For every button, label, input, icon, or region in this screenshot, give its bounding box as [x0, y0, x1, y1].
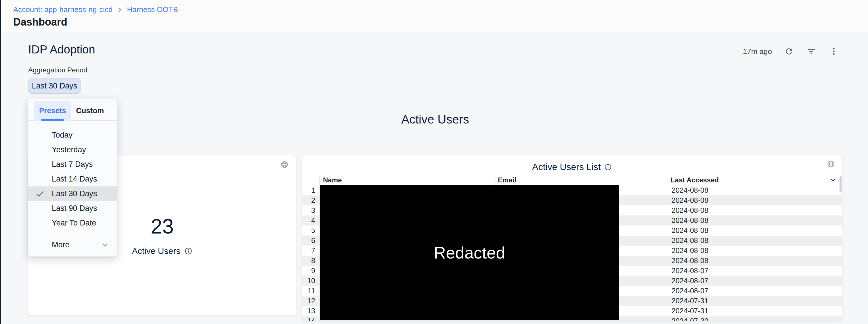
checkmark-icon	[35, 189, 45, 199]
row-index: 10	[302, 276, 319, 286]
breadcrumb-current-link[interactable]: Harness OOTB	[127, 5, 178, 14]
chevron-down-icon	[101, 241, 109, 249]
redacted-label: Redacted	[434, 243, 505, 262]
period-dropdown: Presets Custom Today Yesterday Last 7 Da…	[28, 99, 117, 256]
filter-button[interactable]	[806, 46, 817, 57]
left-nav-edge	[0, 0, 1, 324]
row-index: 3	[302, 205, 319, 215]
cell-last-accessed: 2024-07-31	[667, 306, 842, 316]
cell-last-accessed: 2024-08-07	[667, 266, 842, 276]
cell-last-accessed: 2024-08-08	[667, 256, 842, 266]
preset-list: Today Yesterday Last 7 Days Last 14 Days…	[28, 128, 117, 230]
cell-last-accessed: 2024-08-08	[667, 246, 842, 256]
info-icon	[604, 164, 612, 171]
column-header-last-accessed[interactable]: Last Accessed	[667, 176, 842, 185]
info-icon	[184, 247, 192, 255]
row-index: 8	[302, 256, 319, 266]
section-title-active-users: Active Users	[28, 113, 842, 127]
cell-last-accessed: 2024-07-31	[667, 296, 842, 306]
tab-presets[interactable]: Presets	[34, 101, 71, 121]
column-header-email[interactable]: Email	[494, 176, 667, 185]
cell-last-accessed: 2024-08-07	[667, 286, 842, 296]
refresh-button[interactable]	[783, 46, 794, 57]
kebab-icon	[829, 47, 838, 56]
row-index: 9	[302, 266, 319, 276]
row-index: 14	[302, 316, 319, 321]
breadcrumb-account-link[interactable]: Account: app-harness-ng-cicd	[13, 5, 113, 14]
filter-icon	[807, 47, 816, 56]
active-tab-underline	[41, 119, 64, 121]
refresh-icon	[784, 47, 794, 56]
table-title: Active Users List	[532, 162, 600, 172]
cell-last-accessed: 2024-08-08	[667, 195, 842, 205]
dashboard-title: IDP Adoption	[28, 43, 95, 56]
top-header: Account: app-harness-ng-cicd Harness OOT…	[1, 0, 868, 32]
cell-last-accessed: 2024-08-08	[667, 215, 842, 225]
cell-last-accessed: 2024-08-08	[667, 236, 842, 246]
dashboard-controls: 17m ago	[743, 45, 839, 58]
globe-timezone-icon	[280, 160, 288, 169]
breadcrumb: Account: app-harness-ng-cicd Harness OOT…	[13, 5, 178, 14]
column-header-index	[302, 176, 319, 185]
cell-last-accessed: 2024-08-08	[667, 225, 842, 236]
preset-item-last-90-days[interactable]: Last 90 Days	[28, 201, 117, 216]
row-index: 12	[302, 296, 319, 306]
breadcrumb-separator-icon	[117, 7, 123, 13]
preset-item-year-to-date[interactable]: Year To Date	[28, 216, 117, 230]
tab-custom[interactable]: Custom	[74, 101, 106, 121]
cell-last-accessed: 2024-08-07	[667, 276, 842, 286]
page-title: Dashboard	[13, 16, 67, 28]
row-index: 11	[302, 286, 319, 296]
tab-custom-label: Custom	[76, 106, 104, 115]
row-index: 1	[302, 185, 319, 195]
tab-presets-label: Presets	[39, 106, 66, 115]
row-index: 7	[302, 246, 319, 256]
preset-item-last-7-days[interactable]: Last 7 Days	[28, 157, 117, 172]
row-index: 2	[302, 195, 319, 205]
last-updated-text: 17m ago	[743, 47, 772, 56]
row-index: 5	[302, 225, 319, 236]
row-index: 6	[302, 236, 319, 246]
cell-last-accessed: 2024-08-08	[667, 205, 842, 215]
more-menu-button[interactable]	[828, 46, 839, 57]
aggregation-period-label: Aggregation Period	[28, 66, 87, 74]
table-options-button[interactable]	[830, 176, 837, 184]
cell-last-accessed: 2024-08-08	[667, 185, 842, 195]
more-label: More	[52, 233, 70, 257]
active-users-list-card: Active Users List Name Email Last Access…	[302, 155, 842, 321]
period-select-button[interactable]: Last 30 Days	[28, 78, 81, 94]
redacted-overlay: Redacted	[320, 185, 619, 320]
info-tooltip-button[interactable]	[604, 164, 612, 171]
cell-last-accessed: 2024-07-30	[667, 316, 842, 321]
chevron-down-icon	[830, 176, 837, 184]
preset-item-last-14-days[interactable]: Last 14 Days	[28, 172, 117, 186]
preset-item-yesterday[interactable]: Yesterday	[28, 142, 117, 157]
row-index: 13	[302, 306, 319, 316]
info-tooltip-button[interactable]	[184, 247, 192, 255]
period-dropdown-tabs: Presets Custom	[28, 99, 117, 121]
table-header-row: Name Email Last Accessed	[302, 176, 842, 185]
active-users-count: 23	[151, 215, 174, 238]
preset-item-label: Last 30 Days	[52, 189, 97, 198]
column-header-name[interactable]: Name	[319, 176, 494, 185]
preset-item-last-30-days[interactable]: Last 30 Days	[28, 186, 117, 201]
preset-item-today[interactable]: Today	[28, 128, 117, 142]
row-index: 4	[302, 215, 319, 225]
more-presets-button[interactable]: More	[28, 233, 117, 256]
active-users-label: Active Users	[132, 246, 180, 256]
